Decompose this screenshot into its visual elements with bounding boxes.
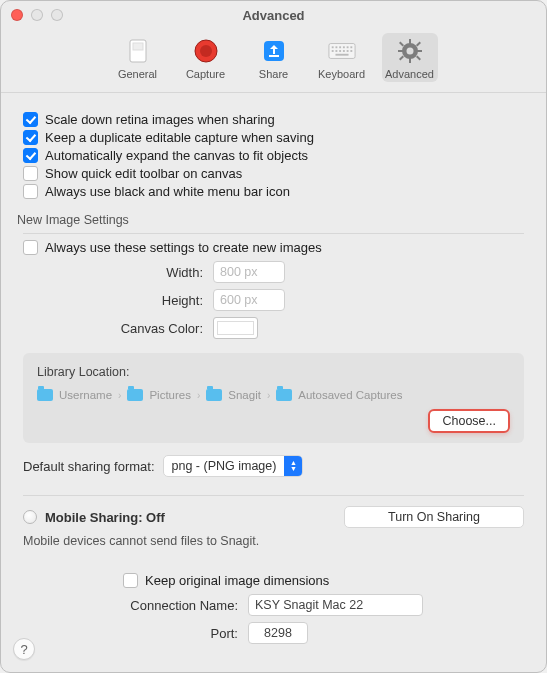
minimize-icon[interactable] [31, 9, 43, 21]
gear-icon [396, 37, 424, 65]
svg-rect-12 [346, 46, 348, 48]
svg-rect-1 [133, 43, 143, 50]
check-quick-edit[interactable]: Show quick edit toolbar on canvas [23, 166, 524, 181]
capture-icon [192, 37, 220, 65]
tab-keyboard[interactable]: Keyboard [314, 33, 370, 82]
check-keep-duplicate[interactable]: Keep a duplicate editable capture when s… [23, 130, 524, 145]
preferences-window: Advanced General Capture Share Ke [0, 0, 547, 673]
titlebar: Advanced [1, 1, 546, 29]
check-label: Always use black and white menu bar icon [45, 184, 290, 199]
divider [23, 233, 524, 234]
width-input[interactable]: 800 px [213, 261, 285, 283]
check-label: Automatically expand the canvas to fit o… [45, 148, 308, 163]
check-always-use[interactable]: Always use these settings to create new … [23, 240, 524, 255]
mobile-note: Mobile devices cannot send files to Snag… [23, 534, 524, 548]
folder-icon [127, 389, 143, 401]
row-width: Width: 800 px [23, 261, 524, 283]
svg-rect-9 [335, 46, 337, 48]
connection-name-input[interactable]: KSY Snagit Mac 22 [248, 594, 423, 616]
tab-label: Advanced [385, 68, 434, 80]
height-label: Height: [23, 293, 213, 308]
chevron-right-icon: › [267, 390, 270, 401]
check-label: Scale down retina images when sharing [45, 112, 275, 127]
crumb-segment[interactable]: Autosaved Captures [298, 389, 402, 401]
row-default-format: Default sharing format: png - (PNG image… [23, 455, 524, 477]
window-title: Advanced [242, 8, 304, 23]
svg-rect-29 [399, 56, 404, 61]
crumb-segment[interactable]: Username [59, 389, 112, 401]
port-input[interactable]: 8298 [248, 622, 308, 644]
share-icon [260, 37, 288, 65]
connection-name-label: Connection Name: [23, 598, 248, 613]
svg-rect-18 [346, 50, 348, 52]
check-label: Keep original image dimensions [145, 573, 329, 588]
folder-icon [206, 389, 222, 401]
library-box: Library Location: Username › Pictures › … [23, 353, 524, 443]
height-input[interactable]: 600 px [213, 289, 285, 311]
checkbox-icon [23, 166, 38, 181]
tab-label: Capture [186, 68, 225, 80]
check-label: Always use these settings to create new … [45, 240, 322, 255]
folder-icon [37, 389, 53, 401]
checkbox-icon [23, 148, 38, 163]
help-button[interactable]: ? [13, 638, 35, 660]
width-label: Width: [23, 265, 213, 280]
checkbox-icon [123, 573, 138, 588]
mobile-left: Mobile Sharing: Off [23, 510, 165, 525]
tab-capture[interactable]: Capture [178, 33, 234, 82]
svg-rect-26 [399, 42, 404, 47]
default-format-select[interactable]: png - (PNG image) ▲▼ [163, 455, 304, 477]
row-canvas-color: Canvas Color: [23, 317, 524, 339]
divider [23, 495, 524, 496]
tab-share[interactable]: Share [246, 33, 302, 82]
tab-label: General [118, 68, 157, 80]
svg-rect-14 [331, 50, 333, 52]
svg-rect-11 [342, 46, 344, 48]
radio-icon[interactable] [23, 510, 37, 524]
section-new-image: New Image Settings [17, 213, 524, 227]
general-icon [124, 37, 152, 65]
row-port: Port: 8298 [23, 622, 524, 644]
crumb-segment[interactable]: Pictures [149, 389, 191, 401]
svg-rect-23 [409, 58, 411, 63]
svg-rect-16 [339, 50, 341, 52]
default-format-label: Default sharing format: [23, 459, 155, 474]
check-scale-down[interactable]: Scale down retina images when sharing [23, 112, 524, 127]
canvas-color-label: Canvas Color: [23, 321, 213, 336]
svg-rect-15 [335, 50, 337, 52]
turn-on-sharing-button[interactable]: Turn On Sharing [344, 506, 524, 528]
checkbox-icon [23, 240, 38, 255]
svg-rect-22 [409, 39, 411, 44]
check-auto-expand[interactable]: Automatically expand the canvas to fit o… [23, 148, 524, 163]
zoom-icon[interactable] [51, 9, 63, 21]
check-label: Show quick edit toolbar on canvas [45, 166, 242, 181]
library-title: Library Location: [37, 365, 510, 379]
content: Scale down retina images when sharing Ke… [1, 93, 546, 660]
select-value: png - (PNG image) [172, 459, 277, 473]
svg-rect-28 [416, 42, 421, 47]
tab-label: Share [259, 68, 288, 80]
port-label: Port: [23, 626, 248, 641]
row-connection-name: Connection Name: KSY Snagit Mac 22 [23, 594, 524, 616]
select-stepper-icon: ▲▼ [284, 456, 302, 476]
tab-label: Keyboard [318, 68, 365, 80]
check-keep-original[interactable]: Keep original image dimensions [123, 573, 524, 588]
checkbox-icon [23, 130, 38, 145]
tab-general[interactable]: General [110, 33, 166, 82]
check-bw-menubar[interactable]: Always use black and white menu bar icon [23, 184, 524, 199]
crumb-segment[interactable]: Snagit [228, 389, 261, 401]
svg-rect-6 [269, 55, 279, 57]
svg-rect-19 [350, 50, 352, 52]
checkbox-icon [23, 112, 38, 127]
mobile-sharing-title: Mobile Sharing: Off [45, 510, 165, 525]
keyboard-icon [328, 37, 356, 65]
svg-point-30 [406, 48, 413, 55]
close-icon[interactable] [11, 9, 23, 21]
choose-button[interactable]: Choose... [428, 409, 510, 433]
chevron-right-icon: › [197, 390, 200, 401]
svg-rect-24 [398, 50, 403, 52]
canvas-color-well[interactable] [213, 317, 258, 339]
tab-advanced[interactable]: Advanced [382, 33, 438, 82]
mobile-sharing-row: Mobile Sharing: Off Turn On Sharing [23, 506, 524, 528]
check-label: Keep a duplicate editable capture when s… [45, 130, 314, 145]
